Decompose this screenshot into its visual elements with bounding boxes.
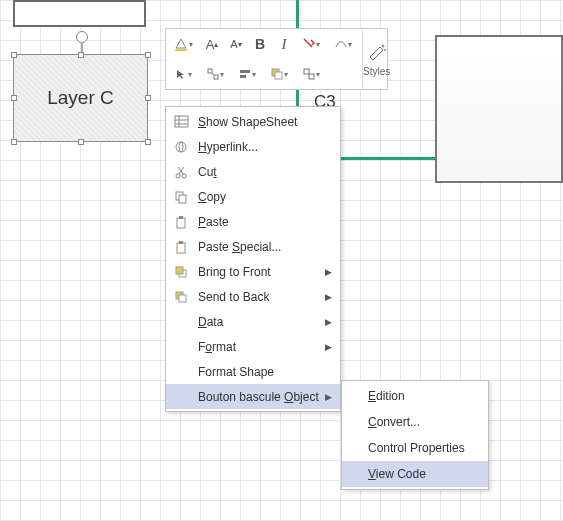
- font-color-button[interactable]: ▾: [297, 33, 327, 55]
- svg-rect-26: [177, 243, 185, 253]
- menu-send-to-back[interactable]: Send to Back ▶: [166, 284, 340, 309]
- menu-format[interactable]: Format ▶: [166, 334, 340, 359]
- svg-rect-27: [179, 241, 183, 244]
- hyperlink-icon: [170, 138, 192, 156]
- menu-paste-special[interactable]: Paste Special...: [166, 234, 340, 259]
- submenu-arrow-icon: ▶: [325, 392, 332, 402]
- mini-toolbar: ▾ A▴ A▾ B I ▾ ▾ ▾ ▾ ▾ ▾: [165, 28, 388, 90]
- svg-line-3: [212, 73, 214, 75]
- submenu-arrow-icon: ▶: [325, 292, 332, 302]
- svg-point-19: [182, 174, 186, 178]
- line-color-button[interactable]: ▾: [329, 33, 359, 55]
- fill-color-button[interactable]: ▾: [169, 33, 199, 55]
- send-back-icon: [170, 288, 192, 306]
- shape-layer-c[interactable]: Layer C: [13, 54, 148, 142]
- svg-rect-29: [176, 267, 183, 274]
- paste-icon: [170, 213, 192, 231]
- pointer-tool-button[interactable]: ▾: [169, 63, 199, 85]
- svg-line-20: [179, 167, 184, 174]
- svg-point-18: [176, 174, 180, 178]
- svg-rect-24: [177, 218, 185, 228]
- svg-rect-7: [275, 72, 282, 79]
- menu-object[interactable]: Bouton bascule Object ▶: [166, 384, 340, 409]
- svg-rect-12: [175, 116, 188, 127]
- selection-handle[interactable]: [11, 52, 17, 58]
- svg-rect-1: [208, 69, 212, 73]
- selection-handle[interactable]: [145, 52, 151, 58]
- styles-label: Styles: [363, 66, 390, 77]
- object-submenu: Edition Convert... Control Properties Vi…: [341, 380, 489, 490]
- submenu-arrow-icon: ▶: [325, 267, 332, 277]
- copy-icon: [170, 188, 192, 206]
- svg-rect-2: [214, 75, 218, 79]
- italic-button[interactable]: I: [273, 33, 295, 55]
- menu-cut[interactable]: Cut: [166, 159, 340, 184]
- bring-front-button[interactable]: ▾: [265, 63, 295, 85]
- svg-rect-4: [240, 70, 250, 73]
- context-menu: Show ShapeSheet Hyperlink... Cut Copy Pa…: [165, 106, 341, 412]
- shapesheet-icon: [170, 113, 192, 131]
- svg-rect-8: [304, 69, 309, 74]
- increase-font-button[interactable]: A▴: [201, 33, 223, 55]
- connector-tool-button[interactable]: ▾: [201, 63, 231, 85]
- svg-rect-31: [179, 295, 186, 302]
- bring-front-icon: [170, 263, 192, 281]
- selection-handle[interactable]: [145, 95, 151, 101]
- svg-rect-9: [309, 74, 314, 79]
- paste-special-icon: [170, 238, 192, 256]
- svg-point-11: [384, 49, 386, 51]
- menu-paste[interactable]: Paste: [166, 209, 340, 234]
- selection-handle[interactable]: [145, 139, 151, 145]
- rotation-connector: [81, 42, 83, 52]
- shape-upper[interactable]: [13, 0, 146, 27]
- svg-rect-5: [240, 75, 246, 78]
- selection-handle[interactable]: [11, 95, 17, 101]
- shape-large-box[interactable]: [435, 35, 563, 183]
- submenu-view-code[interactable]: View Code: [342, 461, 488, 487]
- svg-point-17: [179, 142, 183, 152]
- menu-bring-to-front[interactable]: Bring to Front ▶: [166, 259, 340, 284]
- submenu-edition[interactable]: Edition: [342, 383, 488, 409]
- bold-button[interactable]: B: [249, 33, 271, 55]
- decrease-font-button[interactable]: A▾: [225, 33, 247, 55]
- svg-point-16: [176, 142, 186, 152]
- submenu-arrow-icon: ▶: [325, 317, 332, 327]
- cut-icon: [170, 163, 192, 181]
- menu-show-shapesheet[interactable]: Show ShapeSheet: [166, 109, 340, 134]
- svg-rect-25: [179, 216, 183, 219]
- group-button[interactable]: ▾: [297, 63, 327, 85]
- selection-handle[interactable]: [11, 139, 17, 145]
- svg-point-10: [381, 45, 384, 48]
- svg-rect-0: [175, 49, 187, 51]
- svg-line-21: [178, 167, 183, 174]
- styles-button[interactable]: Styles: [362, 29, 390, 89]
- svg-rect-23: [179, 195, 186, 203]
- submenu-convert[interactable]: Convert...: [342, 409, 488, 435]
- submenu-control-properties[interactable]: Control Properties: [342, 435, 488, 461]
- selection-handle[interactable]: [78, 139, 84, 145]
- layer-c-text: Layer C: [47, 87, 114, 109]
- align-button[interactable]: ▾: [233, 63, 263, 85]
- menu-data[interactable]: Data ▶: [166, 309, 340, 334]
- selection-handle[interactable]: [78, 52, 84, 58]
- menu-format-shape[interactable]: Format Shape: [166, 359, 340, 384]
- menu-hyperlink[interactable]: Hyperlink...: [166, 134, 340, 159]
- submenu-arrow-icon: ▶: [325, 342, 332, 352]
- menu-copy[interactable]: Copy: [166, 184, 340, 209]
